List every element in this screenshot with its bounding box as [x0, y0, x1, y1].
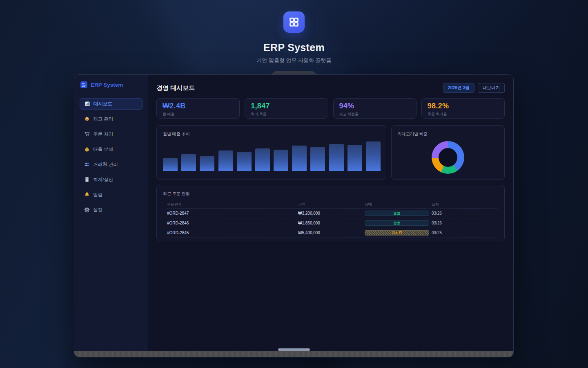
bar	[237, 152, 252, 171]
sidebar-item-label: 재고 관리	[93, 116, 113, 122]
table-row[interactable]: #ORD-2846 ₩1,850,000 완료 03/26	[167, 218, 498, 228]
bar	[310, 147, 325, 171]
hero-section: ERP System 기업 맞춤형 업무 자동화 플랫폼	[0, 0, 588, 64]
bar-chart	[163, 141, 381, 171]
sidebar-item-settings[interactable]: 설정	[80, 204, 143, 215]
table-row[interactable]: #ORD-2845 ₩5,400,000 처리중 03/25	[167, 228, 498, 238]
bar	[218, 150, 233, 171]
table-title: 최근 주문 현황	[157, 185, 504, 197]
category-share-chart-card: 카테고리별 비중	[391, 125, 505, 180]
period-badge[interactable]: 2026년 3월	[443, 83, 474, 93]
bar	[329, 144, 344, 171]
table-row[interactable]: #ORD-2847 ₩3,200,000 완료 03/26	[167, 209, 498, 218]
stat-label: 처리 주문	[251, 112, 322, 117]
status-badge: 완료	[365, 211, 429, 216]
amount-cell: ₩5,400,000	[298, 231, 365, 235]
money-bag-icon	[84, 146, 90, 152]
amount-cell: ₩3,200,000	[298, 211, 365, 215]
stat-value: 1,847	[251, 102, 322, 110]
window-drag-handle[interactable]	[278, 348, 310, 351]
sidebar-item-notifications[interactable]: 알림	[80, 189, 143, 200]
stat-value: 98.2%	[428, 102, 499, 110]
amount-cell: ₩1,850,000	[298, 221, 365, 225]
bar	[292, 146, 307, 171]
stat-value: ₩2.4B	[163, 102, 234, 110]
sidebar-item-label: 주문 처리	[93, 131, 113, 137]
main-header: 경영 대시보드 2026년 3월 내보내기	[156, 83, 505, 93]
grid-squares-icon	[289, 17, 299, 27]
donut-hole	[439, 148, 457, 167]
sidebar-nav: 대시보드 재고 관리 주문 처리 매출 분석	[80, 98, 143, 215]
erp-app-window: ERP System 대시보드 재고 관리 주문 처리	[74, 74, 514, 357]
bar-chart-icon	[85, 101, 90, 107]
bar	[255, 148, 270, 171]
sidebar-item-sales-analytics[interactable]: 매출 분석	[80, 144, 143, 155]
sidebar-item-inventory[interactable]: 재고 관리	[80, 113, 143, 125]
stat-card-processed-orders: 1,847 처리 주문	[245, 98, 328, 119]
monthly-sales-chart-card: 월별 매출 추이	[156, 125, 386, 180]
donut-chart	[432, 141, 464, 174]
sidebar-item-label: 설정	[93, 207, 102, 213]
sidebar-item-label: 회계/정산	[93, 177, 113, 183]
column-header: 금액	[298, 202, 365, 207]
bar	[274, 150, 288, 171]
column-header: 주문번호	[167, 202, 298, 207]
cart-icon	[84, 131, 90, 137]
sidebar-item-label: 알림	[93, 192, 102, 198]
stat-card-inventory-rate: 94% 재고 적정률	[333, 98, 416, 119]
status-badge: 완료	[365, 220, 429, 226]
date-cell: 03/26	[432, 221, 498, 225]
stat-card-monthly-revenue: ₩2.4B 월 매출	[156, 98, 240, 119]
sidebar-item-orders[interactable]: 주문 처리	[80, 128, 143, 140]
gear-icon	[84, 207, 90, 213]
column-header: 상태	[365, 202, 432, 207]
stat-label: 월 매출	[163, 112, 234, 117]
sidebar-brand-label: ERP System	[91, 82, 123, 88]
sidebar-item-label: 거래처 관리	[93, 162, 118, 168]
bar	[366, 141, 381, 171]
bell-icon	[84, 192, 90, 197]
order-id-cell: #ORD-2847	[167, 211, 298, 215]
page-title: 경영 대시보드	[156, 84, 195, 92]
stat-label: 주문 처리율	[428, 112, 499, 117]
bar	[163, 158, 178, 171]
order-id-cell: #ORD-2845	[167, 231, 298, 235]
charts-row: 월별 매출 추이 카테고리별 비중	[156, 125, 505, 180]
sidebar-item-label: 대시보드	[94, 101, 112, 107]
sidebar-item-label: 매출 분석	[93, 146, 113, 153]
sidebar-item-dashboard[interactable]: 대시보드	[80, 98, 143, 110]
column-header: 날짜	[432, 202, 498, 207]
main-content: 경영 대시보드 2026년 3월 내보내기 ₩2.4B 월 매출 1,847 처…	[148, 75, 513, 357]
sidebar-item-accounting[interactable]: 회계/정산	[80, 174, 143, 185]
sidebar: ERP System 대시보드 재고 관리 주문 처리	[74, 75, 148, 357]
receipt-icon	[84, 177, 90, 182]
stats-row: ₩2.4B 월 매출 1,847 처리 주문 94% 재고 적정률 98.2% …	[156, 98, 505, 119]
header-actions: 2026년 3월 내보내기	[443, 83, 505, 93]
app-logo-icon	[283, 11, 305, 33]
table-header-row: 주문번호 금액 상태 날짜	[167, 201, 498, 209]
window-bottom-bar	[74, 351, 513, 357]
date-cell: 03/26	[432, 211, 498, 215]
hero-subtitle: 기업 맞춤형 업무 자동화 플랫폼	[0, 57, 588, 64]
bar	[181, 154, 196, 171]
stat-label: 재고 적정률	[339, 112, 410, 117]
chart-title: 월별 매출 추이	[157, 126, 386, 137]
stat-value: 94%	[339, 102, 410, 110]
recent-orders-table: 주문번호 금액 상태 날짜 #ORD-2847 ₩3,200,000 완료 03…	[167, 201, 498, 238]
package-icon	[84, 116, 90, 122]
export-button[interactable]: 내보내기	[478, 83, 505, 93]
bar	[200, 156, 214, 171]
stat-card-order-rate: 98.2% 주문 처리율	[421, 98, 505, 119]
users-icon	[84, 162, 90, 167]
sidebar-brand: ERP System	[80, 81, 143, 88]
order-id-cell: #ORD-2846	[167, 221, 298, 225]
recent-orders-card: 최근 주문 현황 주문번호 금액 상태 날짜 #ORD-2847 ₩3,200,…	[156, 185, 505, 241]
hero-title: ERP System	[0, 42, 588, 54]
sidebar-item-partners[interactable]: 거래처 관리	[80, 159, 143, 170]
date-cell: 03/25	[432, 231, 498, 235]
bar	[347, 145, 362, 171]
status-badge: 처리중	[365, 230, 429, 236]
menu-lines-icon	[80, 81, 87, 88]
chart-title: 카테고리별 비중	[392, 126, 504, 137]
